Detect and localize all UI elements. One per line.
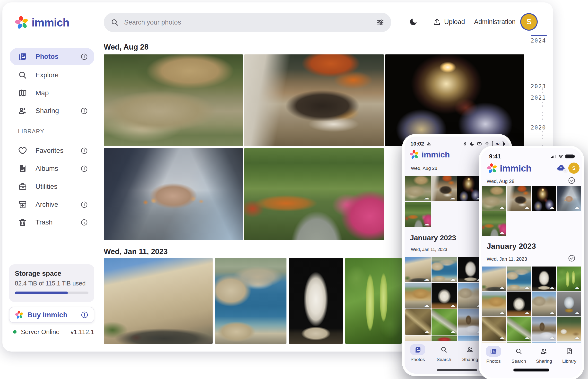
moon-icon <box>470 142 474 146</box>
timeline-tick <box>542 115 543 116</box>
photo-thumbnail[interactable] <box>507 267 531 291</box>
sidebar-item-label: Explore <box>35 71 94 79</box>
search-input[interactable] <box>124 18 371 27</box>
photo-thumbnail[interactable] <box>557 292 581 316</box>
select-all-icon[interactable] <box>568 254 576 262</box>
brand-name: immich <box>32 16 69 29</box>
photo-thumbnail[interactable] <box>405 309 431 335</box>
sidebar-item-trash[interactable]: Trash <box>10 215 94 230</box>
sidebar-item-map[interactable]: Map <box>10 85 94 101</box>
storage-progress-track <box>15 292 88 294</box>
home-indicator[interactable] <box>437 369 477 371</box>
phone-screen: 9:41 immich ✦ S Wed, Aug 28 <box>481 148 582 378</box>
photo-row <box>104 148 384 240</box>
photo-thumbnail[interactable] <box>431 257 457 282</box>
photo-thumbnail[interactable] <box>532 292 556 316</box>
photo-thumbnail[interactable] <box>405 202 431 227</box>
theme-toggle-button[interactable] <box>409 17 418 26</box>
upload-button[interactable]: Upload <box>432 17 465 27</box>
photo-thumbnail[interactable] <box>405 176 431 201</box>
search-filter-icon[interactable] <box>376 18 384 27</box>
photo-thumbnail[interactable] <box>507 186 531 211</box>
info-icon[interactable] <box>81 311 88 319</box>
date-group-header: Wed, Jan 11, 2023 <box>487 256 527 262</box>
battery-icon <box>565 155 574 158</box>
photo-thumbnail[interactable] <box>482 267 506 291</box>
photo-thumbnail[interactable] <box>345 258 402 344</box>
photo-thumbnail[interactable] <box>104 148 243 240</box>
photo-thumbnail[interactable] <box>405 335 431 341</box>
photo-thumbnail[interactable] <box>507 316 531 341</box>
sidebar-item-label: Sharing <box>35 107 72 115</box>
photo-thumbnail[interactable] <box>507 292 531 316</box>
sidebar-item-sharing[interactable]: Sharing <box>10 103 94 118</box>
photo-thumbnail[interactable] <box>482 186 506 211</box>
sync-check-badge <box>563 168 568 173</box>
cloud-sync-button[interactable]: ✦ <box>555 163 567 173</box>
info-icon[interactable] <box>80 219 88 226</box>
photo-thumbnail[interactable] <box>532 316 556 341</box>
info-icon[interactable] <box>80 107 88 115</box>
nav-item-search[interactable]: Search <box>506 343 531 378</box>
sidebar-item-explore[interactable]: Explore <box>10 67 94 83</box>
phone-mockup-ios: 9:41 immich ✦ S Wed, Aug 28 <box>479 146 584 379</box>
timeline-year: 2020 <box>531 124 546 131</box>
nav-item-library[interactable]: Library <box>557 343 582 378</box>
photo-thumbnail[interactable] <box>431 176 457 201</box>
user-avatar[interactable]: S <box>520 13 538 31</box>
photo-thumbnail[interactable] <box>104 54 243 146</box>
header-divider <box>2 36 553 36</box>
nav-item-sharing[interactable]: Sharing <box>531 343 557 378</box>
photo-thumbnail[interactable] <box>482 316 506 341</box>
sidebar-item-utilities[interactable]: Utilities <box>10 179 94 194</box>
nav-item-search[interactable]: Search <box>431 341 457 374</box>
timeline-tick <box>542 99 543 100</box>
administration-link[interactable]: Administration <box>474 17 516 27</box>
nav-item-photos[interactable]: Photos <box>481 343 506 378</box>
immich-screenshot: immich Upload Administration S Photos <box>0 0 588 379</box>
photo-thumbnail[interactable] <box>482 211 506 236</box>
photo-thumbnail[interactable] <box>244 148 384 240</box>
sidebar-item-label: Albums <box>35 165 72 173</box>
photo-row <box>104 54 524 146</box>
sim-alert-icon <box>477 141 482 146</box>
info-icon[interactable] <box>80 147 88 155</box>
trash-icon <box>18 218 27 227</box>
info-icon[interactable] <box>80 201 88 208</box>
check-icon <box>564 169 567 173</box>
sidebar-item-albums[interactable]: Albums <box>10 161 94 176</box>
photo-thumbnail[interactable] <box>215 258 286 344</box>
photo-thumbnail[interactable] <box>557 186 581 211</box>
sidebar-item-archive[interactable]: Archive <box>10 197 94 212</box>
select-all-icon[interactable] <box>568 177 576 184</box>
photo-thumbnail[interactable] <box>431 335 457 341</box>
photo-thumbnail[interactable] <box>532 186 556 211</box>
user-avatar[interactable]: S <box>568 162 579 174</box>
timeline-active-marker <box>531 35 547 36</box>
home-indicator[interactable] <box>513 369 549 371</box>
photo-thumbnail[interactable] <box>532 267 556 291</box>
photo-thumbnail[interactable] <box>431 283 457 309</box>
buy-immich-button[interactable]: Buy Immich <box>9 307 94 323</box>
wifi-icon <box>558 154 563 159</box>
sharing-icon <box>18 106 27 115</box>
photo-thumbnail[interactable] <box>385 54 524 146</box>
photo-thumbnail[interactable] <box>557 316 581 341</box>
info-icon[interactable] <box>80 53 88 61</box>
photo-thumbnail[interactable] <box>405 283 431 309</box>
photo-grid <box>482 267 581 346</box>
sidebar-item-favorites[interactable]: Favorites <box>10 143 94 158</box>
photo-thumbnail[interactable] <box>405 257 431 282</box>
photo-thumbnail[interactable] <box>557 267 581 291</box>
info-icon[interactable] <box>80 165 88 173</box>
search-bar[interactable] <box>104 13 391 32</box>
photo-thumbnail[interactable] <box>289 258 343 344</box>
photo-thumbnail[interactable] <box>482 292 506 316</box>
photo-thumbnail[interactable] <box>431 309 457 335</box>
app-logo[interactable]: immich <box>15 15 69 30</box>
photo-thumbnail[interactable] <box>104 258 213 344</box>
nav-item-photos[interactable]: Photos <box>405 341 431 374</box>
sidebar-item-photos[interactable]: Photos <box>10 48 94 65</box>
photo-thumbnail[interactable] <box>244 54 384 146</box>
storage-progress-fill <box>15 292 68 294</box>
